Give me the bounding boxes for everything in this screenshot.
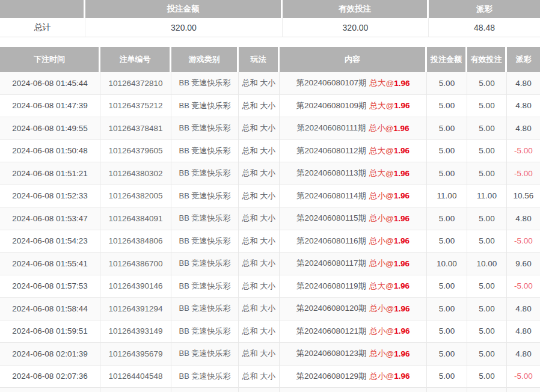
at-sign: @	[385, 169, 394, 178]
pick-label: 总小	[369, 236, 385, 247]
table-body: 2024-06-08 01:45:44 101264372810 BB 竞速快乐…	[0, 72, 540, 388]
valid-bet-cell: 5.00	[467, 343, 507, 366]
odds-value: 1.96	[394, 259, 410, 268]
odds-value: 1.96	[394, 101, 410, 110]
header-payout: 派彩	[507, 47, 540, 72]
payout-cell: 4.80	[507, 72, 540, 95]
odds-value: 1.96	[394, 236, 410, 245]
play-type-cell: 总和 大小	[239, 320, 280, 343]
bet-amount-cell: 5.00	[427, 162, 467, 185]
play-type-cell: 总和 大小	[239, 298, 280, 320]
at-sign: @	[385, 191, 394, 200]
order-number-cell: 101264380302	[100, 162, 171, 185]
partial-next-row	[0, 388, 540, 392]
order-number-cell: 101264375212	[100, 95, 171, 118]
pick-label: 总小	[370, 303, 386, 314]
period-label: 第202406080114期	[296, 191, 366, 201]
bet-time-cell: 2024-06-08 01:58:44	[0, 298, 100, 320]
play-type-cell: 总和 大小	[239, 366, 280, 388]
at-sign: @	[386, 372, 394, 381]
bet-amount-cell: 5.00	[427, 207, 467, 230]
bet-time-cell: 2024-06-08 02:07:36	[0, 366, 100, 388]
game-category-cell: BB 竞速快乐彩	[171, 162, 239, 185]
at-sign: @	[386, 326, 394, 335]
summary-header-spacer	[0, 0, 85, 18]
period-label: 第202406080120期	[296, 303, 366, 314]
period-label: 第202406080115期	[296, 213, 366, 224]
bet-amount-cell: 5.00	[427, 72, 467, 95]
bet-content-cell: 第202406080123期总小@1.96	[280, 343, 427, 366]
total-bet-amount: 320.00	[85, 18, 283, 37]
odds-value: 1.96	[394, 349, 410, 358]
pick-label: 总小	[369, 258, 385, 269]
payout-cell: 4.80	[507, 298, 540, 320]
bet-time-cell: 2024-06-08 01:53:47	[0, 207, 100, 230]
play-type-cell: 总和 大小	[239, 140, 280, 163]
bet-amount-cell: 5.00	[427, 117, 467, 140]
valid-bet-cell: 5.00	[467, 95, 507, 118]
table-row: 2024-06-08 01:45:44 101264372810 BB 竞速快乐…	[0, 72, 540, 95]
game-category-cell: BB 竞速快乐彩	[171, 117, 239, 140]
pick-label: 总小	[369, 123, 385, 133]
odds-value: 1.96	[394, 169, 410, 178]
game-category-cell: BB 竞速快乐彩	[171, 343, 239, 366]
order-number-cell: 101264372810	[100, 72, 171, 95]
period-label: 第202406080121期	[296, 326, 366, 337]
summary-header-bet-amount: 投注金额	[85, 0, 283, 18]
play-type-cell: 总和 大小	[239, 185, 280, 208]
summary-header-row: 投注金额 有效投注 派彩	[0, 0, 540, 18]
bet-content-cell: 第202406080114期总小@1.96	[280, 185, 427, 208]
header-play-type: 玩法	[239, 47, 280, 72]
period-label: 第202406080123期	[296, 348, 366, 359]
bet-content-cell: 第202406080107期总大@1.96	[280, 72, 427, 95]
play-type-cell: 总和 大小	[239, 95, 280, 118]
period-label: 第202406080116期	[296, 236, 366, 247]
order-number-cell: 101264395679	[100, 343, 171, 366]
at-sign: @	[385, 146, 394, 155]
valid-bet-cell: 10.00	[467, 253, 507, 275]
payout-cell: 9.60	[507, 253, 540, 275]
total-valid-bet: 320.00	[283, 18, 429, 37]
at-sign: @	[385, 281, 394, 290]
pick-label: 总小	[369, 191, 385, 201]
valid-bet-cell: 5.00	[467, 72, 507, 95]
play-type-cell: 总和 大小	[239, 207, 280, 230]
bet-time-cell: 2024-06-08 01:55:41	[0, 253, 100, 275]
valid-bet-cell: 5.00	[467, 207, 507, 230]
table-row: 2024-06-08 01:52:33 101264382005 BB 竞速快乐…	[0, 185, 540, 208]
at-sign: @	[385, 259, 394, 268]
order-number-cell: 101264384806	[100, 230, 171, 253]
pick-label: 总小	[370, 326, 386, 337]
game-category-cell: BB 竞速快乐彩	[171, 366, 239, 388]
bet-time-cell: 2024-06-08 02:01:39	[0, 343, 100, 366]
bet-time-cell: 2024-06-08 01:54:23	[0, 230, 100, 253]
play-type-cell: 总和 大小	[239, 162, 280, 185]
play-type-cell: 总和 大小	[239, 230, 280, 253]
bet-content-cell: 第202406080113期总大@1.96	[280, 162, 427, 185]
bet-time-cell: 2024-06-08 01:49:55	[0, 117, 100, 140]
bet-content-cell: 第202406080119期总大@1.96	[280, 275, 427, 298]
period-label: 第202406080119期	[296, 281, 366, 292]
bet-amount-cell: 5.00	[427, 320, 467, 343]
period-label: 第202406080111期	[296, 123, 366, 133]
total-label: 总计	[0, 18, 85, 37]
at-sign: @	[385, 124, 394, 133]
play-type-cell: 总和 大小	[239, 275, 280, 298]
game-category-cell: BB 竞速快乐彩	[171, 207, 239, 230]
pick-label: 总大	[369, 281, 385, 292]
odds-value: 1.96	[394, 191, 410, 200]
summary-total-row: 总计 320.00 320.00 48.48	[0, 18, 540, 37]
at-sign: @	[386, 101, 394, 110]
game-category-cell: BB 竞速快乐彩	[171, 298, 239, 320]
game-category-cell: BB 竞速快乐彩	[171, 185, 239, 208]
bet-content-cell: 第202406080111期总小@1.96	[280, 117, 427, 140]
header-order-number: 注单编号	[100, 47, 171, 72]
payout-cell: -5.00	[507, 275, 540, 298]
order-number-cell: 101264379605	[100, 140, 171, 163]
bet-time-cell: 2024-06-08 01:47:39	[0, 95, 100, 118]
valid-bet-cell: 5.00	[467, 162, 507, 185]
play-type-cell: 总和 大小	[239, 253, 280, 275]
bet-content-cell: 第202406080112期总大@1.96	[280, 140, 427, 163]
payout-cell: 4.80	[507, 95, 540, 118]
odds-value: 1.96	[394, 372, 410, 381]
